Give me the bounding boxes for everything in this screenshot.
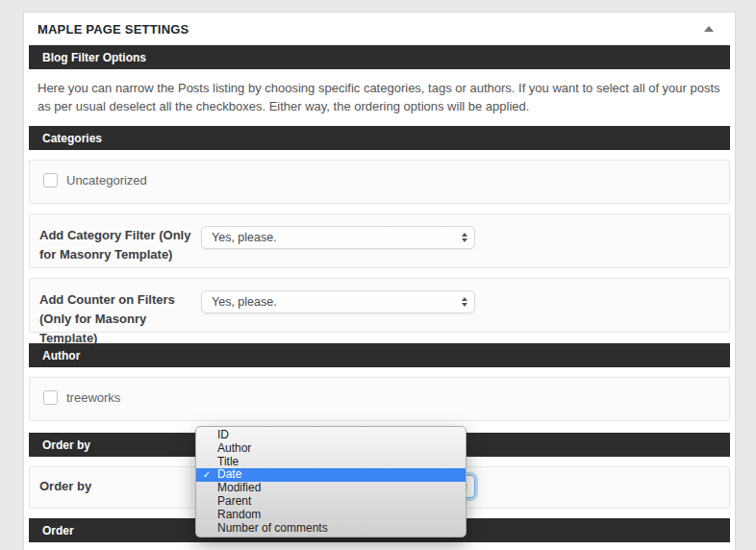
- category-filter-select[interactable]: Yes, please.: [201, 226, 475, 249]
- collapse-toggle-button[interactable]: [694, 14, 723, 43]
- checkbox-label: treeworks: [66, 390, 120, 405]
- menu-item-author[interactable]: Author: [196, 442, 466, 456]
- section-bar-categories: Categories: [29, 126, 730, 150]
- section-bar-blog-filter-options: Blog Filter Options: [29, 45, 730, 69]
- menu-item-label: Title: [217, 456, 239, 469]
- menu-item-label: Modified: [217, 482, 261, 495]
- menu-item-modified[interactable]: Modified: [196, 482, 466, 495]
- section-bar-label: Order: [42, 524, 74, 538]
- section-bar-label: Categories: [42, 132, 102, 145]
- category-checkbox-row[interactable]: Uncategorized: [43, 173, 716, 188]
- checkbox-label: Uncategorized: [66, 173, 147, 188]
- select-value: Yes, please.: [212, 295, 277, 309]
- categories-panel: Uncategorized: [29, 160, 730, 204]
- menu-item-date[interactable]: ✓ Date: [196, 468, 466, 482]
- intro-text: Here you can narrow the Posts listing by…: [38, 79, 721, 115]
- counter-filter-select[interactable]: Yes, please.: [201, 290, 475, 313]
- treeworks-checkbox[interactable]: [43, 390, 58, 405]
- menu-item-label: Date: [217, 468, 241, 482]
- menu-item-label: Number of comments: [217, 522, 328, 536]
- menu-item-random[interactable]: Random: [196, 509, 466, 522]
- field-label: Order by: [39, 475, 201, 498]
- metabox-header[interactable]: MAPLE PAGE SETTINGS: [24, 12, 735, 45]
- counter-filter-panel: Add Counter on Filters (Only for Masonry…: [29, 278, 730, 333]
- select-value: Yes, please.: [212, 231, 277, 244]
- field-label: Add Category Filter (Only for Masonry Te…: [39, 226, 201, 264]
- menu-item-label: Author: [217, 442, 251, 456]
- menu-item-label: Random: [217, 509, 261, 522]
- author-panel: treeworks: [29, 377, 730, 421]
- category-filter-panel: Add Category Filter (Only for Masonry Te…: [29, 213, 730, 268]
- field-label: Add Counter on Filters (Only for Masonry…: [39, 290, 201, 348]
- collapse-arrow-icon: [704, 26, 714, 32]
- section-bar-label: Author: [42, 349, 80, 362]
- section-bar-label: Order by: [42, 438, 90, 452]
- menu-item-label: Parent: [217, 495, 251, 509]
- metabox-title: MAPLE PAGE SETTINGS: [38, 22, 189, 37]
- checkmark-icon: ✓: [196, 468, 217, 482]
- order-by-dropdown-menu: ID Author Title ✓ Date Modified Parent R…: [195, 426, 466, 538]
- menu-item-label: ID: [217, 429, 229, 442]
- author-checkbox-row[interactable]: treeworks: [43, 390, 716, 405]
- select-stepper-icon: [462, 233, 467, 242]
- menu-item-id[interactable]: ID: [196, 429, 466, 442]
- section-bar-label: Blog Filter Options: [42, 51, 146, 64]
- menu-item-number-of-comments[interactable]: Number of comments: [196, 522, 466, 536]
- menu-item-title[interactable]: Title: [196, 456, 466, 469]
- select-stepper-icon: [462, 297, 467, 307]
- menu-item-parent[interactable]: Parent: [196, 495, 466, 509]
- uncategorized-checkbox[interactable]: [43, 173, 58, 188]
